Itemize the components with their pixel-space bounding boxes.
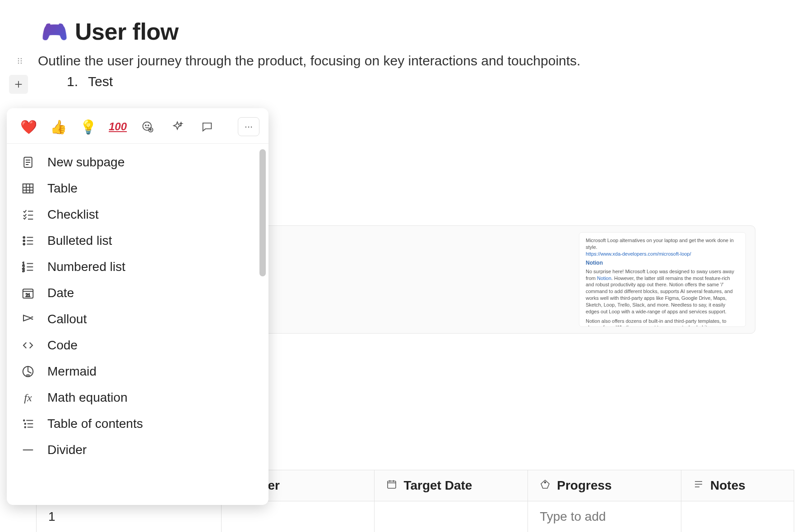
- menu-item-new-subpage[interactable]: New subpage: [7, 149, 268, 175]
- svg-point-18: [145, 125, 146, 126]
- table-row[interactable]: 1 Type to add: [37, 501, 794, 532]
- svg-point-58: [25, 427, 26, 428]
- add-emoji-icon[interactable]: [139, 118, 157, 136]
- svg-point-0: [18, 58, 19, 60]
- insert-block-popup: ❤️ 👍 💡 100 ··· New subpage: [7, 108, 268, 505]
- table-cell[interactable]: [681, 501, 794, 532]
- page-icon[interactable]: 🎮: [42, 18, 68, 45]
- menu-item-bulleted-list[interactable]: Bulleted list: [7, 228, 268, 254]
- code-icon: [20, 338, 36, 353]
- svg-rect-53: [27, 375, 29, 377]
- checklist-icon: [20, 207, 36, 222]
- mermaid-icon: [20, 364, 36, 379]
- bulleted-list-icon: [20, 233, 36, 248]
- more-button[interactable]: ···: [238, 117, 259, 136]
- menu-label: Bulleted list: [47, 234, 112, 248]
- menu-label: Checklist: [47, 207, 99, 222]
- sparkle-icon[interactable]: [168, 118, 186, 136]
- drag-handle-icon[interactable]: [14, 55, 26, 67]
- table-cell[interactable]: [375, 501, 528, 532]
- menu-label: Numbered list: [47, 260, 125, 274]
- menu-item-divider[interactable]: Divider: [7, 437, 268, 463]
- menu-item-toc[interactable]: Table of contents: [7, 411, 268, 437]
- menu-item-code[interactable]: Code: [7, 332, 268, 358]
- idea-reaction[interactable]: 💡: [79, 118, 97, 136]
- math-icon: fx: [20, 390, 36, 405]
- svg-point-37: [23, 240, 25, 242]
- menu-label: New subpage: [47, 155, 125, 170]
- popup-scrollbar[interactable]: [259, 149, 266, 276]
- table-cell[interactable]: [221, 501, 375, 532]
- svg-point-1: [21, 58, 22, 60]
- menu-item-callout[interactable]: Callout: [7, 306, 268, 332]
- file-preview-thumbnail: Microsoft Loop alternatives on your lapt…: [579, 232, 746, 327]
- table-icon: [20, 181, 36, 196]
- svg-point-17: [143, 122, 152, 131]
- date-icon: [386, 478, 397, 493]
- heart-reaction[interactable]: ❤️: [19, 118, 37, 136]
- list-number: 1.: [67, 74, 78, 89]
- outline-description[interactable]: Outline the user journey through the pro…: [28, 53, 580, 69]
- svg-text:21: 21: [26, 293, 30, 298]
- toc-icon: [20, 416, 36, 431]
- comment-icon[interactable]: [198, 118, 216, 136]
- menu-item-mermaid[interactable]: Mermaid: [7, 358, 268, 385]
- menu-label: Callout: [47, 312, 87, 326]
- menu-label: Table: [47, 181, 78, 196]
- svg-point-5: [21, 63, 22, 64]
- svg-point-56: [25, 423, 26, 425]
- menu-label: Table of contents: [47, 417, 143, 431]
- add-block-button[interactable]: [9, 75, 28, 94]
- page-title[interactable]: User flow: [75, 18, 179, 45]
- hundred-reaction[interactable]: 100: [109, 118, 127, 136]
- menu-label: Date: [47, 286, 74, 300]
- list-item[interactable]: 1. Test: [67, 74, 113, 89]
- thumbs-up-reaction[interactable]: 👍: [49, 118, 67, 136]
- menu-label: Divider: [47, 443, 87, 457]
- svg-rect-27: [23, 184, 33, 193]
- svg-text:3: 3: [23, 268, 25, 273]
- table-cell-placeholder[interactable]: Type to add: [528, 501, 681, 532]
- menu-item-table[interactable]: Table: [7, 175, 268, 202]
- menu-label: Math equation: [47, 390, 127, 405]
- svg-point-13: [545, 482, 546, 483]
- svg-rect-9: [388, 481, 396, 488]
- svg-point-2: [18, 60, 19, 62]
- lines-icon: [693, 478, 704, 493]
- divider-icon: [20, 442, 36, 458]
- menu-item-date[interactable]: 21 Date: [7, 280, 268, 306]
- menu-item-checklist[interactable]: Checklist: [7, 202, 268, 228]
- svg-point-54: [23, 420, 25, 421]
- menu-label: Code: [47, 338, 78, 353]
- svg-point-4: [18, 63, 19, 64]
- date-icon: 21: [20, 285, 36, 301]
- menu-item-numbered-list[interactable]: 123 Numbered list: [7, 254, 268, 280]
- svg-point-19: [148, 125, 149, 126]
- svg-point-39: [23, 243, 25, 245]
- list-text[interactable]: Test: [88, 74, 113, 89]
- table-header-target-date[interactable]: Target Date: [375, 470, 528, 501]
- table-header-notes[interactable]: Notes: [681, 470, 794, 501]
- numbered-list-icon: 123: [20, 259, 36, 275]
- svg-point-35: [23, 237, 25, 238]
- menu-item-math[interactable]: fx Math equation: [7, 385, 268, 411]
- subpage-icon: [20, 155, 36, 170]
- callout-icon: [20, 312, 36, 327]
- divider: [7, 143, 268, 144]
- table-header-progress[interactable]: Progress: [528, 470, 681, 501]
- tag-icon: [540, 478, 551, 493]
- svg-point-3: [21, 60, 22, 62]
- table-cell[interactable]: 1: [37, 501, 222, 532]
- menu-label: Mermaid: [47, 364, 97, 379]
